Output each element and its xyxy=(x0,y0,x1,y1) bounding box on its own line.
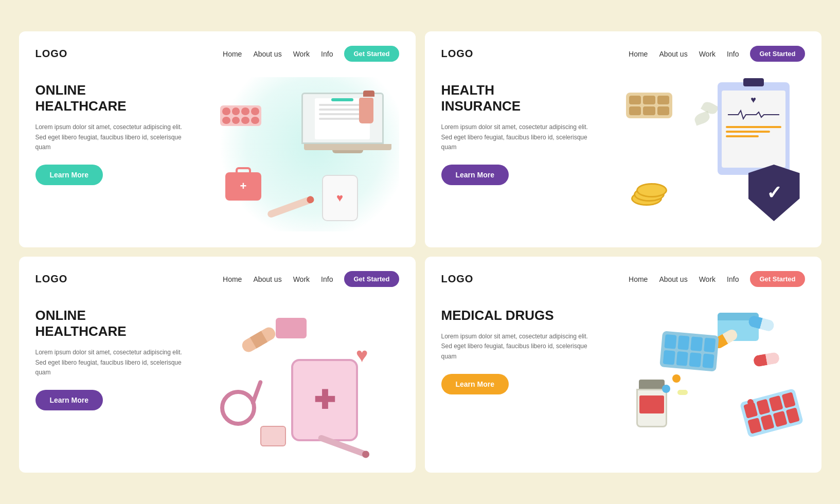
clipboard-line xyxy=(726,135,759,137)
blister-pill xyxy=(756,399,770,416)
small-kit-icon xyxy=(260,426,286,446)
pill-dot xyxy=(241,117,249,124)
card-body-2: HEALTHINSURANCE Lorem ipsum dolor sit am… xyxy=(441,77,805,231)
leaf-decoration-2 xyxy=(693,111,711,125)
coins-icon xyxy=(631,188,672,206)
nav-info-3[interactable]: Info xyxy=(321,275,333,283)
card-body-1: ONLINEHEALTHCARE Lorem ipsum dolor sit a… xyxy=(35,77,399,231)
nav-home-1[interactable]: Home xyxy=(223,50,242,58)
card-body-3: ONLINEHEALTHCARE Lorem ipsum dolor sit a… xyxy=(35,302,399,457)
card-title-4: MEDICAL DRUGS xyxy=(441,308,594,323)
nav-home-4[interactable]: Home xyxy=(629,275,648,283)
card-title-1: ONLINEHEALTHCARE xyxy=(35,82,188,114)
get-started-btn-4[interactable]: Get Started xyxy=(750,271,805,287)
nav-work-4[interactable]: Work xyxy=(699,275,716,283)
blister-pill xyxy=(677,335,689,350)
card-text-4: MEDICAL DRUGS Lorem ipsum dolor sit amet… xyxy=(441,302,594,394)
clipboard-line xyxy=(726,126,781,128)
medical-kit-icon xyxy=(225,172,261,201)
learn-more-btn-4[interactable]: Learn More xyxy=(441,374,509,394)
clipboard-lines xyxy=(726,126,781,137)
nav-home-3[interactable]: Home xyxy=(223,275,242,283)
clipboard-line xyxy=(726,131,770,133)
blister-pill xyxy=(760,414,774,430)
get-started-btn-2[interactable]: Get Started xyxy=(750,46,805,62)
bottle-label xyxy=(639,395,665,413)
blister-pill xyxy=(747,418,762,434)
blister-pill xyxy=(773,411,787,427)
ins-pill xyxy=(629,106,641,115)
insurance-pills-icon xyxy=(626,93,672,118)
blister-pill xyxy=(702,353,714,368)
blister-pill xyxy=(663,350,675,365)
blister-pill xyxy=(768,395,783,412)
tablet-device-icon: ✚ xyxy=(291,359,358,441)
nav-about-3[interactable]: About us xyxy=(253,275,281,283)
phone-icon: ♥ xyxy=(322,175,358,221)
nav-info-1[interactable]: Info xyxy=(321,50,333,58)
logo-1: LOGO xyxy=(35,48,68,60)
clipboard-paper: ♥ xyxy=(722,91,785,168)
card-health-insurance: LOGO Home About us Work Info Get Started… xyxy=(425,31,821,247)
get-started-btn-1[interactable]: Get Started xyxy=(344,46,399,62)
learn-more-btn-3[interactable]: Learn More xyxy=(35,390,103,410)
card-desc-3: Lorem ipsum dolor sit amet, cosectetur a… xyxy=(35,348,188,377)
steth-tube xyxy=(251,380,263,405)
heart-pink-icon: ♥ xyxy=(356,344,368,367)
clipboard-heart: ♥ xyxy=(726,95,781,105)
card-text-2: HEALTHINSURANCE Lorem ipsum dolor sit am… xyxy=(441,77,594,185)
navbar-4: LOGO Home About us Work Info Get Started xyxy=(441,271,805,287)
navbar-3: LOGO Home About us Work Info Get Started xyxy=(35,271,399,287)
illustration-4 xyxy=(616,302,805,457)
logo-3: LOGO xyxy=(35,273,68,285)
card-title-2: HEALTHINSURANCE xyxy=(441,82,594,114)
capsule-half xyxy=(760,318,775,332)
scattered-pill-2 xyxy=(662,385,670,393)
bandaid-icon xyxy=(240,325,277,354)
card-body-4: MEDICAL DRUGS Lorem ipsum dolor sit amet… xyxy=(441,302,805,457)
clipboard-clip xyxy=(743,78,764,86)
scattered-pill-1 xyxy=(672,374,681,383)
nav-info-2[interactable]: Info xyxy=(727,50,739,58)
pill-dot xyxy=(232,117,240,124)
nav-work-2[interactable]: Work xyxy=(699,50,716,58)
get-started-btn-3[interactable]: Get Started xyxy=(344,271,399,287)
pills-blister-icon xyxy=(220,105,261,126)
nav-home-2[interactable]: Home xyxy=(629,50,648,58)
nav-about-4[interactable]: About us xyxy=(659,275,687,283)
pill-dot xyxy=(222,107,230,115)
learn-more-btn-1[interactable]: Learn More xyxy=(35,165,103,185)
nav-work-1[interactable]: Work xyxy=(293,50,310,58)
card-title-3: ONLINEHEALTHCARE xyxy=(35,308,188,339)
laptop-icon xyxy=(301,93,394,159)
medicine-bottle-icon xyxy=(359,98,373,123)
card-desc-1: Lorem ipsum dolor sit amet, cosectetur a… xyxy=(35,122,188,152)
navbar-2: LOGO Home About us Work Info Get Started xyxy=(441,46,805,62)
stethoscope-icon xyxy=(220,380,266,426)
nav-links-1: Home About us Work Info Get Started xyxy=(223,46,399,62)
blister-pack-red-icon xyxy=(739,388,803,438)
logo-4: LOGO xyxy=(441,273,474,285)
blister-pill xyxy=(703,338,716,353)
bottle-cap xyxy=(363,91,374,97)
blister-pill xyxy=(664,334,676,349)
blister-pill xyxy=(781,392,796,408)
nav-about-2[interactable]: About us xyxy=(659,50,687,58)
illustration-1: ♥ xyxy=(210,77,399,231)
learn-more-btn-2[interactable]: Learn More xyxy=(441,165,509,185)
pill-dot xyxy=(251,117,259,124)
blister-pill xyxy=(689,352,701,367)
ins-pill xyxy=(643,106,655,115)
nav-work-3[interactable]: Work xyxy=(293,275,310,283)
thermometer-icon xyxy=(266,196,312,219)
capsule-half xyxy=(753,354,767,367)
nav-info-4[interactable]: Info xyxy=(727,275,739,283)
navbar-1: LOGO Home About us Work Info Get Started xyxy=(35,46,399,62)
capsule-half xyxy=(765,352,780,365)
pill-dot xyxy=(232,107,240,115)
card-desc-2: Lorem ipsum dolor sit amet, cosectetur a… xyxy=(441,122,594,152)
page-grid: LOGO Home About us Work Info Get Started… xyxy=(19,31,821,473)
nav-about-1[interactable]: About us xyxy=(253,50,281,58)
pill-dot xyxy=(241,107,249,115)
blister-pill xyxy=(785,407,800,424)
